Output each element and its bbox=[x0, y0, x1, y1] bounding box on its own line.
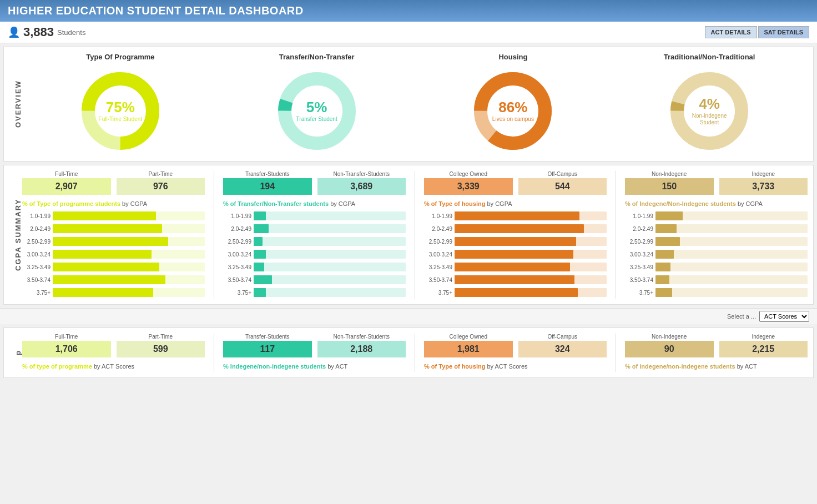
bar-track bbox=[254, 237, 406, 246]
donut-container: 86% Lives on campus bbox=[468, 67, 557, 155]
donut-center: 86% Lives on campus bbox=[492, 99, 534, 123]
bar-track bbox=[254, 250, 406, 259]
donut-container: 75% Full-Time Student bbox=[76, 67, 165, 155]
subheader: 👤 3,883 Students ACT DETAILS SAT DETAILS bbox=[0, 22, 817, 43]
bar-row: 3.75+ bbox=[223, 288, 406, 297]
bar-fill bbox=[455, 288, 578, 297]
score-select[interactable]: ACT ScoresSAT Scores bbox=[759, 311, 809, 322]
bar-fill bbox=[254, 237, 263, 246]
bar-label: 3.50-3.74 bbox=[22, 277, 53, 283]
bar-fill bbox=[53, 263, 159, 271]
bar-bg bbox=[254, 275, 406, 284]
bar-row: 3.00-3.24 bbox=[424, 250, 607, 259]
count-label: Indegene bbox=[752, 171, 775, 177]
bar-track bbox=[655, 211, 808, 220]
bar-fill bbox=[53, 250, 152, 259]
select-label: Select a ... bbox=[727, 313, 756, 320]
count-box: Part-Time 976 bbox=[117, 171, 205, 195]
bar-fill bbox=[254, 250, 266, 259]
page-title: HIGHER EDUCATION STUDENT DETAIL DASHBOAR… bbox=[8, 4, 809, 17]
bottom-section: p Full-Time 1,706 Part-Time 599 % of typ… bbox=[3, 327, 814, 378]
bar-bg bbox=[254, 211, 406, 220]
bar-section-title: % of Type of programme students by CGPA bbox=[22, 200, 205, 207]
donut-card-type-prog: Type Of Programme 75% Full-Time Student bbox=[22, 53, 219, 155]
bar-row: 1.0-1.99 bbox=[625, 211, 808, 220]
donut-sub: Transfer Student bbox=[296, 117, 337, 123]
count-val: 194 bbox=[223, 178, 312, 195]
bar-fill bbox=[254, 275, 272, 284]
count-box: Full-Time 1,706 bbox=[22, 334, 111, 357]
count-box: Indegene 3,733 bbox=[719, 171, 808, 195]
donut-title: Housing bbox=[498, 53, 527, 61]
bar-row: 1.0-1.99 bbox=[223, 211, 406, 220]
count-row: Full-Time 1,706 Part-Time 599 bbox=[22, 334, 205, 357]
bar-track bbox=[455, 263, 607, 271]
select-row: Select a ... ACT ScoresSAT Scores bbox=[0, 308, 817, 324]
bar-row: 2.0-2.49 bbox=[22, 224, 205, 233]
count-box: Indegene 2,215 bbox=[719, 334, 808, 357]
bar-label: 2.0-2.49 bbox=[424, 226, 455, 232]
bar-label: 2.50-2.99 bbox=[223, 239, 254, 245]
bar-fill bbox=[254, 211, 266, 220]
cgpa-panel-type-prog-cgpa: Full-Time 2,907 Part-Time 976 % of Type … bbox=[22, 171, 205, 299]
bar-fill bbox=[455, 250, 573, 259]
count-val: 3,733 bbox=[719, 178, 808, 195]
donut-sub: Full-Time Student bbox=[99, 117, 143, 123]
donut-container: 4% Non-indegene Student bbox=[665, 67, 754, 155]
bar-track bbox=[655, 263, 808, 271]
bottom-charts: Full-Time 1,706 Part-Time 599 % of type … bbox=[22, 334, 808, 372]
bar-track bbox=[455, 288, 607, 297]
bar-track bbox=[655, 237, 808, 246]
count-row: Non-Indegene 90 Indegene 2,215 bbox=[625, 334, 808, 357]
bar-label: 3.25-3.49 bbox=[625, 264, 655, 270]
bottom-panel-indegene-act: Non-Indegene 90 Indegene 2,215 % of inde… bbox=[625, 334, 808, 372]
count-box: Non-Transfer-Students 2,188 bbox=[317, 334, 406, 357]
count-row: Full-Time 2,907 Part-Time 976 bbox=[22, 171, 205, 195]
bar-label: 3.00-3.24 bbox=[223, 251, 254, 258]
bar-label: 3.25-3.49 bbox=[424, 264, 455, 270]
bar-row: 2.0-2.49 bbox=[625, 224, 808, 233]
count-box: College Owned 1,981 bbox=[424, 334, 513, 357]
count-label: Transfer-Students bbox=[245, 171, 290, 177]
count-label: Non-Indegene bbox=[652, 334, 687, 340]
bar-fill bbox=[655, 250, 674, 259]
bottom-panel-housing-act: College Owned 1,981 Off-Campus 324 % of … bbox=[424, 334, 607, 372]
bar-label: 3.50-3.74 bbox=[424, 277, 455, 283]
bar-fill bbox=[254, 288, 266, 297]
bar-label: 1.0-1.99 bbox=[22, 213, 53, 219]
cgpa-charts: Full-Time 2,907 Part-Time 976 % of Type … bbox=[22, 171, 808, 299]
bar-label: 1.0-1.99 bbox=[424, 213, 455, 219]
cgpa-label: CGPA SUMMARY bbox=[9, 171, 22, 299]
bar-section-title: % of Type of housing by CGPA bbox=[424, 200, 607, 207]
bar-fill bbox=[455, 211, 579, 220]
bar-row: 3.25-3.49 bbox=[223, 263, 406, 271]
header: HIGHER EDUCATION STUDENT DETAIL DASHBOAR… bbox=[0, 0, 817, 22]
count-box: Transfer-Students 117 bbox=[223, 334, 312, 357]
bar-bg bbox=[254, 288, 406, 297]
bar-track bbox=[53, 275, 205, 284]
bar-fill bbox=[655, 211, 683, 220]
bar-bg bbox=[655, 263, 808, 271]
donut-title: Transfer/Non-Transfer bbox=[279, 53, 355, 61]
bar-label: 3.75+ bbox=[22, 290, 53, 296]
bar-bg bbox=[655, 288, 808, 297]
count-val: 544 bbox=[518, 178, 607, 195]
bar-track bbox=[254, 275, 406, 284]
act-details-button[interactable]: ACT DETAILS bbox=[705, 26, 757, 38]
count-label: Full-Time bbox=[55, 171, 78, 177]
sat-details-button[interactable]: SAT DETAILS bbox=[758, 26, 809, 38]
count-box: Full-Time 2,907 bbox=[22, 171, 111, 195]
bar-fill bbox=[254, 263, 264, 271]
donut-pct: 75% bbox=[99, 99, 143, 116]
bar-track bbox=[455, 275, 607, 284]
count-box: Non-Indegene 150 bbox=[625, 171, 714, 195]
count-val: 90 bbox=[625, 341, 714, 357]
count-box: Part-Time 599 bbox=[117, 334, 205, 357]
count-val: 150 bbox=[625, 178, 714, 195]
bar-track bbox=[254, 211, 406, 220]
cgpa-panel-transfer-cgpa: Transfer-Students 194 Non-Transfer-Stude… bbox=[223, 171, 406, 299]
bar-label: 3.75+ bbox=[424, 290, 455, 296]
bar-section-title: % of Indegene/Non-Indegene students by C… bbox=[625, 200, 808, 207]
donut-center: 5% Transfer Student bbox=[296, 99, 337, 123]
count-label: Full-Time bbox=[55, 334, 78, 340]
